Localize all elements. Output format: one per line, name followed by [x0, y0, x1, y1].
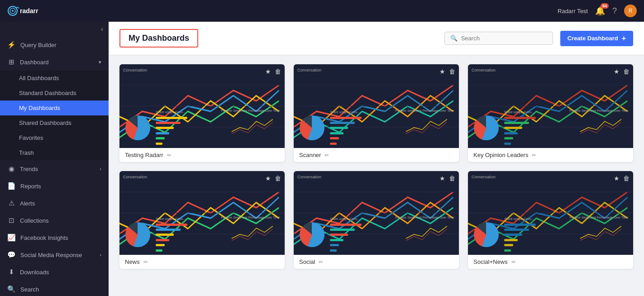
dashboard-name: News [125, 258, 140, 265]
bar-row [156, 127, 218, 129]
bar-fill [504, 132, 518, 134]
sub-item-label: All Dashboards [19, 75, 59, 81]
search-box: 🔍 [444, 32, 553, 45]
bar-fill [330, 224, 362, 226]
sidebar-item-alerts[interactable]: ⚠ Alerts [0, 195, 109, 212]
donut-area [468, 214, 504, 255]
notification-badge: 84 [601, 3, 609, 9]
positive-sentiment-label: Positive Sentiment Percentage Over Time [396, 109, 458, 112]
bar-fill [156, 127, 174, 129]
bar-fill [504, 249, 511, 252]
bar-area: Share unique Conv... [156, 214, 221, 255]
sentiment-sparkline [396, 113, 458, 136]
sidebar-item-standard-dashboards[interactable]: Standard Dashboards [0, 86, 109, 100]
dashboard-card[interactable]: ★ 🗑 Conversation [294, 171, 459, 269]
sidebar-item-all-dashboards[interactable]: All Dashboards [0, 71, 109, 86]
edit-icon[interactable]: ✏ [324, 152, 329, 158]
sidebar: ‹ ⚡ Query Builder ⊞ Dashboard ▾ All Dash… [0, 0, 109, 296]
bar-fill [330, 234, 348, 236]
sidebar-item-collections[interactable]: ⊡ Collections [0, 212, 109, 229]
topnav: radarr Radarr Test 🔔 84 ? R [0, 0, 644, 22]
svg-text:radarr: radarr [20, 7, 38, 14]
chart-label: Conversation [123, 68, 147, 72]
sidebar-item-my-dashboards[interactable]: My Dashboards [0, 100, 109, 115]
bar-row [156, 122, 218, 124]
search-input[interactable] [461, 35, 547, 42]
card-thumbnail: ★ 🗑 Conversation [468, 64, 633, 148]
card-footer: Testing Radarr ✏ [119, 148, 285, 162]
sidebar-item-reports[interactable]: 📄 Reports [0, 177, 109, 195]
collapse-button[interactable]: ‹ [101, 25, 103, 33]
edit-icon[interactable]: ✏ [319, 259, 323, 265]
edit-icon[interactable]: ✏ [532, 152, 536, 158]
chart-label: Conversation [123, 175, 147, 179]
dashboard-name: Social [299, 258, 315, 265]
sidebar-item-social-media-response[interactable]: 💬 Social Media Response › [0, 246, 109, 263]
sidebar-item-label: Trends [20, 166, 38, 172]
bar-row: Share unique Conv... [330, 110, 392, 114]
bar-row [504, 117, 566, 119]
sentiment-sparkline [396, 220, 458, 243]
bar-row [504, 234, 566, 236]
user-avatar[interactable]: R [624, 5, 637, 17]
sidebar-item-trends[interactable]: ◉ Trends › [0, 160, 109, 177]
chart-bottom: Share unique Conv... [294, 214, 459, 255]
bar-row [156, 244, 218, 246]
sidebar-item-label: Reports [20, 183, 41, 190]
create-dashboard-button[interactable]: Create Dashboard + [560, 31, 633, 46]
dashboard-card[interactable]: ★ 🗑 Conversation [119, 171, 285, 269]
chart-bottom: Share unique Conv... [119, 107, 285, 148]
sidebar-item-facebook-insights[interactable]: 📈 Facebook Insights [0, 229, 109, 246]
bar-area: Share unique Conv... [156, 107, 221, 148]
dashboard-grid: ★ 🗑 Conversation [109, 55, 644, 296]
positive-sentiment-label: Positive Sentiment Percentage Over Time [396, 216, 458, 219]
sub-item-label: Trash [19, 149, 34, 156]
dashboard-card[interactable]: ★ 🗑 Conversation [294, 64, 459, 162]
edit-icon[interactable]: ✏ [143, 259, 148, 265]
sidebar-item-favorites[interactable]: Favorites [0, 130, 109, 145]
sidebar-item-query-builder[interactable]: ⚡ Query Builder [0, 36, 109, 53]
dashboard-card[interactable]: ★ 🗑 Conversation [119, 64, 285, 162]
bar-area: Share unique Conv... [330, 214, 396, 255]
dashboard-card[interactable]: ★ 🗑 Conversation [468, 64, 633, 162]
sidebar-item-downloads[interactable]: ⬇ Downloads [0, 263, 109, 281]
notification-bell[interactable]: 🔔 84 [595, 6, 605, 16]
bar-row [504, 239, 566, 241]
search-icon: 🔍 [450, 35, 458, 42]
sub-item-label: My Dashboards [19, 105, 60, 111]
sidebar-item-shared-dashboards[interactable]: Shared Dashboards [0, 115, 109, 130]
card-thumbnail: ★ 🗑 Conversation [119, 171, 285, 255]
help-icon[interactable]: ? [612, 6, 617, 16]
bar-row: Share unique Conv... [156, 110, 218, 114]
bar-row [330, 249, 392, 252]
donut-chart [474, 115, 499, 140]
chevron-down-icon: ▾ [99, 59, 101, 65]
sidebar-item-label: Downloads [20, 269, 49, 276]
bar-row [330, 127, 392, 129]
sidebar-item-dashboard[interactable]: ⊞ Dashboard ▾ [0, 53, 109, 71]
bar-row [330, 244, 392, 246]
bar-row [156, 137, 218, 139]
main-content: My Dashboards 🔍 Create Dashboard + ★ 🗑 C… [109, 0, 644, 296]
page-title: My Dashboards [129, 33, 189, 43]
mini-chart: Conversation [119, 171, 285, 255]
dashboard-card[interactable]: ★ 🗑 Conversation [468, 171, 633, 269]
social-media-response-icon: 💬 [7, 251, 16, 259]
bar-area: Share unique Conv... [504, 107, 570, 148]
main-header: My Dashboards 🔍 Create Dashboard + [109, 22, 644, 55]
sentiment-sparkline [221, 113, 283, 136]
bar-row: Share unique Conv... [156, 217, 218, 220]
bar-row [330, 143, 392, 145]
edit-icon[interactable]: ✏ [511, 259, 516, 265]
sidebar-item-search[interactable]: 🔍 Search [0, 281, 109, 296]
bar-fill [330, 143, 337, 145]
sidebar-item-trash[interactable]: Trash [0, 145, 109, 160]
bar-fill [330, 244, 339, 246]
plus-icon: + [622, 34, 626, 43]
edit-icon[interactable]: ✏ [167, 152, 172, 158]
donut-chart [300, 222, 324, 247]
bar-row [504, 224, 566, 226]
bar-label: Share unique Conv... [330, 217, 362, 220]
mini-chart: Conversation [119, 64, 285, 148]
bar-fill [156, 244, 165, 246]
